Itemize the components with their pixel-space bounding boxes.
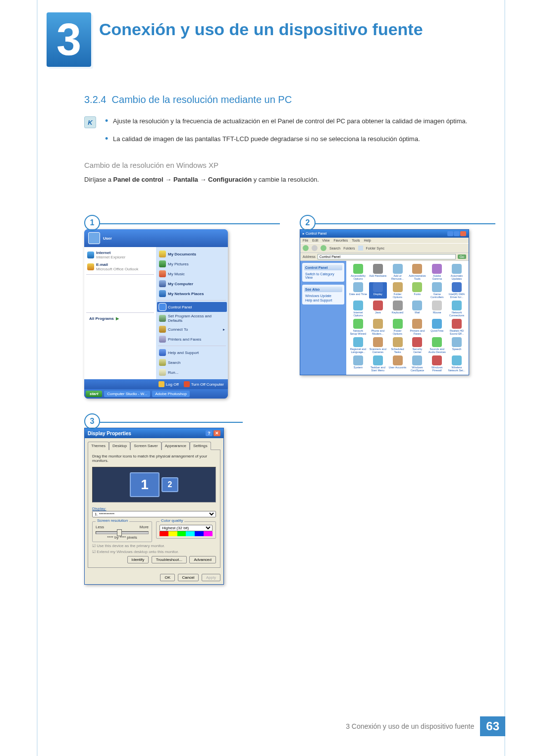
extend-desktop-checkbox[interactable]: ☑ Extend my Windows desktop onto this mo… <box>92 550 216 554</box>
cp-icon-speech[interactable]: Speech <box>448 337 466 353</box>
turnoff-button[interactable]: Turn Off Computer <box>184 381 224 387</box>
primary-monitor-checkbox[interactable]: ☑ Use this device as the primary monitor… <box>92 544 216 548</box>
cp-icon-user-accounts[interactable]: User Accounts <box>389 355 407 372</box>
start-item-search[interactable]: Search <box>158 357 226 367</box>
cp-icon-windows-firewall[interactable]: Windows Firewall <box>428 355 446 372</box>
cp-icon-quicktime[interactable]: QuickTime <box>428 319 446 335</box>
close-button[interactable] <box>460 231 466 236</box>
cp-icon-regional-and-language-[interactable]: Regional and Language... <box>349 337 367 353</box>
menu-edit[interactable]: Edit <box>312 239 318 242</box>
resolution-slider[interactable] <box>96 531 149 534</box>
monitor-arrangement[interactable]: 1 2 <box>92 467 216 503</box>
start-item-help[interactable]: Help and Support <box>158 348 226 357</box>
taskbar-task[interactable]: Computer Studio - W... <box>104 391 150 397</box>
tab-themes[interactable]: Themes <box>88 442 109 450</box>
cp-icon-add-hardware[interactable]: Add Hardware <box>369 264 387 280</box>
tab-settings[interactable]: Settings <box>190 442 211 450</box>
cp-icon-administrative-tools[interactable]: Administrative Tools <box>408 264 426 280</box>
maximize-button[interactable] <box>454 231 460 236</box>
color-quality-select[interactable]: Highest (32 bit) <box>160 525 213 531</box>
start-item-internet[interactable]: Internet Internet Explorer <box>86 249 154 261</box>
back-icon[interactable] <box>303 245 309 251</box>
cp-icon-java[interactable]: Java <box>369 301 387 317</box>
tab-screen-saver[interactable]: Screen Saver <box>130 442 161 450</box>
cp-icon-security-center[interactable]: Security Center <box>408 337 426 353</box>
cp-icon-system[interactable]: System <box>349 355 367 372</box>
start-item-printers[interactable]: Printers and Faxes <box>158 334 226 344</box>
cp-icon-game-controllers[interactable]: Game Controllers <box>428 282 446 299</box>
cp-icon-adobe-gamma[interactable]: Adobe Gamma <box>428 264 446 280</box>
forward-icon[interactable] <box>312 245 318 251</box>
menu-view[interactable]: View <box>322 239 329 242</box>
help-button[interactable]: ? <box>206 430 213 436</box>
cp-icon-automatic-updates[interactable]: Automatic Updates <box>448 264 466 280</box>
start-item-connect[interactable]: Connect To▸ <box>158 324 226 334</box>
cp-icon-network-setup-wizard[interactable]: Network Setup Wizard <box>349 319 367 335</box>
cp-icon-date-and-time[interactable]: Date and Time <box>349 282 367 299</box>
foldersync-button[interactable]: Folder Sync <box>366 247 384 250</box>
start-item-mydocs[interactable]: My Documents <box>158 249 226 259</box>
windows-update-link[interactable]: Windows Update <box>304 294 342 298</box>
start-item-run[interactable]: Run... <box>158 367 226 377</box>
cp-icon-phone-and-modem-[interactable]: Phone and Modem... <box>369 319 387 335</box>
cp-icon-scanners-and-cameras[interactable]: Scanners and Cameras <box>369 337 387 353</box>
troubleshoot-button[interactable]: Troubleshoot... <box>152 556 187 563</box>
cp-icon-mouse[interactable]: Mouse <box>428 301 446 317</box>
cp-icon-add-or-remove-[interactable]: Add or Remove... <box>389 264 407 280</box>
address-input[interactable] <box>318 254 456 259</box>
start-item-mycomp[interactable]: My Computer <box>158 279 226 289</box>
display-select[interactable]: 1. ********** <box>92 511 216 517</box>
cp-icon-realtek-hd-sound-eff-[interactable]: Realtek HD Sound Eff... <box>448 319 466 335</box>
start-item-mymusic[interactable]: My Music <box>158 269 226 279</box>
cp-icon-intel-r-gma-driver-for-[interactable]: Intel(R) GMA Driver for... <box>448 282 466 299</box>
monitor-2-icon[interactable]: 2 <box>161 477 178 492</box>
ok-button[interactable]: OK <box>160 574 175 581</box>
cp-icon-display[interactable]: Display <box>369 282 387 299</box>
switch-view-link[interactable]: Switch to Category View <box>304 272 342 280</box>
menu-tools[interactable]: Tools <box>352 239 360 242</box>
tab-desktop[interactable]: Desktop <box>109 442 130 450</box>
cp-icon-accessibility-options[interactable]: Accessibility Options <box>349 264 367 280</box>
cp-icon-network-connections[interactable]: Network Connections <box>448 301 466 317</box>
cp-icon-keyboard[interactable]: Keyboard <box>389 301 407 317</box>
close-button[interactable]: ✕ <box>214 430 220 436</box>
cp-icon-scheduled-tasks[interactable]: Scheduled Tasks <box>389 337 407 353</box>
cp-glyph-icon <box>393 319 403 329</box>
start-item-email[interactable]: E-mail Microsoft Office Outlook <box>86 261 154 273</box>
cp-icon-internet-options[interactable]: Internet Options <box>349 301 367 317</box>
search-button[interactable]: Search <box>329 247 340 250</box>
start-all-programs[interactable]: All Programs ▶ <box>86 314 154 323</box>
cp-icon-folder-options[interactable]: Folder Options <box>389 282 407 299</box>
cp-icon-sounds-and-audio-devices[interactable]: Sounds and Audio Devices <box>428 337 446 353</box>
folders-button[interactable]: Folders <box>343 247 355 250</box>
cp-icon-power-options[interactable]: Power Options <box>389 319 407 335</box>
cancel-button[interactable]: Cancel <box>178 574 199 581</box>
menu-help[interactable]: Help <box>364 239 371 242</box>
cp-icon-printers-and-faxes[interactable]: Printers and Faxes <box>408 319 426 335</box>
views-icon[interactable] <box>358 246 363 251</box>
cp-icon-wireless-network-set-[interactable]: Wireless Network Set... <box>448 355 466 372</box>
start-button[interactable]: start <box>86 391 102 397</box>
cp-icon-fonts[interactable]: Fonts <box>408 282 426 299</box>
advanced-button[interactable]: Advanced <box>189 556 216 563</box>
start-item-control-panel[interactable]: Control Panel <box>157 302 227 312</box>
help-support-link[interactable]: Help and Support <box>304 298 342 302</box>
menu-file[interactable]: File <box>303 239 308 242</box>
up-icon[interactable] <box>321 245 326 251</box>
start-item-mynet[interactable]: My Network Places <box>158 289 226 299</box>
go-button[interactable]: Go <box>458 254 466 259</box>
start-item-mypics[interactable]: My Pictures <box>158 259 226 269</box>
logoff-button[interactable]: Log Off <box>159 381 179 387</box>
cp-icon-mail[interactable]: Mail <box>408 301 426 317</box>
taskbar-task[interactable]: Adobe Photoshop <box>152 391 190 397</box>
apply-button[interactable]: Apply <box>202 574 220 581</box>
minimize-button[interactable] <box>447 231 453 236</box>
cp-icon-taskbar-and-start-menu[interactable]: Taskbar and Start Menu <box>369 355 387 372</box>
start-item-setprog[interactable]: Set Program Access and Defaults <box>158 312 226 324</box>
identify-button[interactable]: Identify <box>127 556 149 563</box>
menu-favorites[interactable]: Favorites <box>333 239 348 242</box>
tab-appearance[interactable]: Appearance <box>161 442 190 450</box>
side-heading: See Also <box>304 287 342 292</box>
cp-icon-windows-cardspace[interactable]: Windows CardSpace <box>408 355 426 372</box>
monitor-1-icon[interactable]: 1 <box>130 472 160 497</box>
